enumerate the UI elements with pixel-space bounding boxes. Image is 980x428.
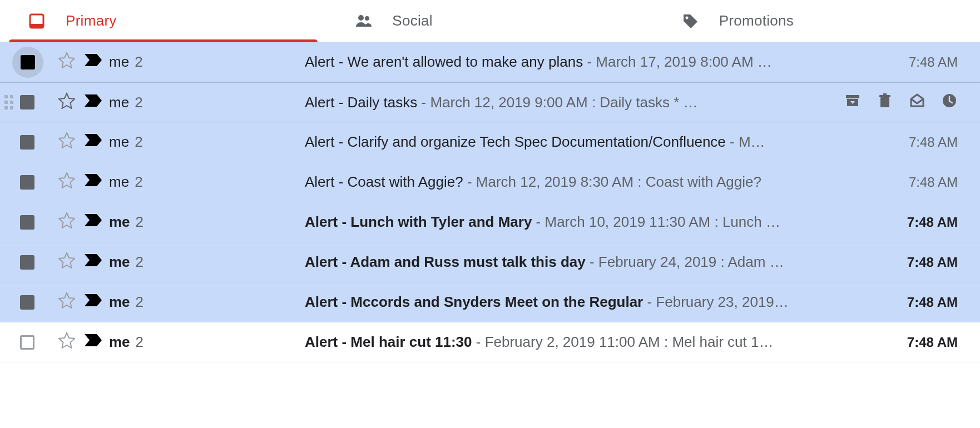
- important-icon[interactable]: [84, 173, 103, 191]
- tag-icon: [680, 11, 700, 31]
- sender-name: me: [109, 213, 130, 231]
- thread-count: 2: [135, 53, 142, 71]
- snippet-text: February 2, 2019 11:00 AM : Mel hair cut…: [485, 334, 774, 350]
- subject-text: Alert - We aren't allowed to make any pl…: [305, 53, 583, 70]
- email-row[interactable]: me2Alert - Mel hair cut 11:30 - February…: [0, 322, 980, 362]
- time-label: 7:48 AM: [885, 175, 958, 190]
- snippet-text: M…: [739, 133, 765, 150]
- subject-text: Alert - Daily tasks: [305, 94, 417, 111]
- sender-name: me: [109, 293, 130, 311]
- clock-icon[interactable]: [941, 92, 958, 113]
- tab-promotions[interactable]: Promotions: [654, 0, 980, 42]
- mail-open-icon[interactable]: [909, 92, 925, 113]
- email-row[interactable]: me2Alert - Adam and Russ must talk this …: [0, 242, 980, 282]
- checkbox-icon[interactable]: [21, 55, 35, 69]
- trash-icon[interactable]: [877, 92, 893, 113]
- subject-text: Alert - Coast with Aggie?: [305, 173, 463, 190]
- tab-label: Social: [392, 12, 433, 29]
- time-label: 7:48 AM: [885, 135, 958, 150]
- important-icon[interactable]: [84, 334, 103, 351]
- email-row[interactable]: me2Alert - Lunch with Tyler and Mary - M…: [0, 202, 980, 242]
- checkbox-icon[interactable]: [20, 95, 34, 110]
- snippet-text: February 24, 2019 : Adam …: [598, 253, 784, 270]
- email-row[interactable]: me2Alert - Coast with Aggie? - March 12,…: [0, 162, 980, 202]
- star-icon[interactable]: [58, 332, 75, 352]
- time-label: 7:48 AM: [885, 335, 958, 350]
- thread-count: 2: [135, 173, 142, 191]
- separator: -: [472, 334, 485, 350]
- email-row[interactable]: me2Alert - Mccords and Snyders Meet on t…: [0, 282, 980, 322]
- subject-text: Alert - Clarify and organize Tech Spec D…: [305, 133, 726, 150]
- tab-primary[interactable]: Primary: [0, 0, 326, 42]
- sender-cell: me2: [107, 213, 305, 231]
- subject-cell: Alert - Mccords and Snyders Meet on the …: [305, 293, 885, 311]
- time-label: 7:48 AM: [885, 215, 958, 230]
- archive-icon[interactable]: [844, 92, 861, 113]
- subject-cell: Alert - Lunch with Tyler and Mary - Marc…: [305, 213, 885, 231]
- time-label: 7:48 AM: [885, 295, 958, 310]
- email-row[interactable]: me2Alert - Daily tasks - March 12, 2019 …: [0, 82, 980, 122]
- checkbox-halo[interactable]: [12, 47, 43, 78]
- sender-cell: me2: [107, 253, 305, 271]
- thread-count: 2: [136, 334, 143, 351]
- important-icon[interactable]: [84, 293, 103, 311]
- category-tabs: PrimarySocialPromotions: [0, 0, 980, 42]
- checkbox-icon[interactable]: [20, 175, 34, 190]
- email-row[interactable]: me2Alert - We aren't allowed to make any…: [0, 42, 980, 82]
- subject-cell: Alert - Clarify and organize Tech Spec D…: [305, 133, 885, 151]
- subject-cell: Alert - Mel hair cut 11:30 - February 2,…: [305, 334, 885, 351]
- time-label: 7:48 AM: [885, 255, 958, 270]
- snippet-text: March 12, 2019 8:30 AM : Coast with Aggi…: [476, 173, 761, 190]
- checkbox-icon[interactable]: [20, 295, 34, 310]
- separator: -: [586, 253, 598, 270]
- tab-label: Primary: [66, 12, 117, 29]
- important-icon[interactable]: [84, 53, 103, 71]
- subject-text: Alert - Adam and Russ must talk this day: [305, 253, 586, 270]
- tab-social[interactable]: Social: [326, 0, 653, 42]
- separator: -: [643, 293, 656, 310]
- thread-count: 2: [136, 213, 143, 231]
- sender-cell: me2: [107, 94, 305, 111]
- star-icon[interactable]: [58, 292, 75, 312]
- inbox-icon: [27, 11, 47, 31]
- subject-text: Alert - Mel hair cut 11:30: [305, 334, 472, 350]
- snippet-text: March 17, 2019 8:00 AM …: [596, 53, 772, 70]
- sender-name: me: [109, 253, 130, 271]
- sender-cell: me2: [107, 173, 305, 191]
- email-row[interactable]: me2Alert - Clarify and organize Tech Spe…: [0, 122, 980, 162]
- time-label: 7:48 AM: [885, 54, 958, 70]
- checkbox-icon[interactable]: [20, 215, 34, 230]
- people-icon: [353, 11, 373, 31]
- star-icon[interactable]: [58, 212, 75, 232]
- subject-cell: Alert - Coast with Aggie? - March 12, 20…: [305, 173, 885, 191]
- star-icon[interactable]: [58, 52, 75, 72]
- star-icon[interactable]: [58, 172, 75, 192]
- subject-text: Alert - Lunch with Tyler and Mary: [305, 213, 532, 230]
- separator: -: [583, 53, 596, 70]
- separator: -: [417, 94, 430, 111]
- checkbox-icon[interactable]: [20, 135, 34, 150]
- separator: -: [463, 173, 476, 190]
- sender-name: me: [109, 173, 129, 191]
- important-icon[interactable]: [84, 213, 103, 231]
- subject-cell: Alert - We aren't allowed to make any pl…: [305, 53, 885, 71]
- email-list: me2Alert - We aren't allowed to make any…: [0, 42, 980, 362]
- important-icon[interactable]: [84, 253, 103, 271]
- important-icon[interactable]: [84, 133, 103, 151]
- separator: -: [726, 133, 739, 150]
- sender-name: me: [109, 334, 130, 351]
- important-icon[interactable]: [84, 94, 103, 111]
- sender-name: me: [109, 94, 129, 111]
- checkbox-icon[interactable]: [20, 335, 34, 350]
- snippet-text: February 23, 2019…: [656, 293, 788, 310]
- checkbox-icon[interactable]: [20, 255, 34, 270]
- subject-cell: Alert - Adam and Russ must talk this day…: [305, 253, 885, 271]
- star-icon[interactable]: [58, 132, 75, 152]
- sender-cell: me2: [107, 293, 305, 311]
- thread-count: 2: [136, 293, 143, 311]
- star-icon[interactable]: [58, 252, 75, 272]
- subject-text: Alert - Mccords and Snyders Meet on the …: [305, 293, 643, 310]
- star-icon[interactable]: [58, 92, 75, 113]
- drag-handle-icon[interactable]: [4, 95, 14, 110]
- sender-cell: me2: [107, 53, 305, 71]
